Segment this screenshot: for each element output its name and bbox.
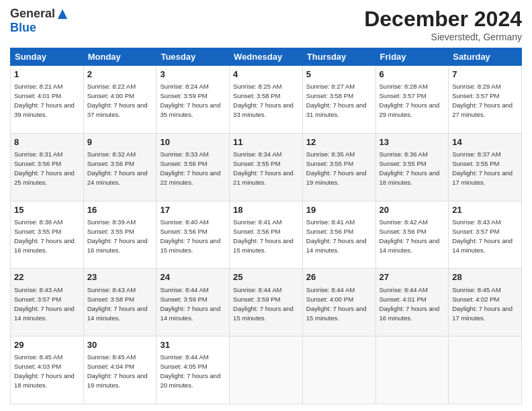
col-tuesday: Tuesday	[157, 48, 230, 66]
table-row: 10 Sunrise: 8:33 AMSunset: 3:56 PMDaylig…	[157, 133, 230, 201]
month-title: December 2024	[364, 7, 522, 32]
day-number: 26	[306, 271, 372, 283]
cell-text: Sunrise: 8:24 AMSunset: 3:59 PMDaylight:…	[160, 83, 220, 118]
table-row: 15 Sunrise: 8:38 AMSunset: 3:55 PMDaylig…	[11, 201, 84, 269]
day-number: 7	[452, 68, 518, 81]
header-row: Sunday Monday Tuesday Wednesday Thursday…	[11, 48, 522, 66]
cell-text: Sunrise: 8:27 AMSunset: 3:58 PMDaylight:…	[306, 83, 367, 118]
day-number: 12	[306, 136, 372, 148]
day-number: 14	[452, 136, 518, 148]
day-number: 16	[87, 204, 153, 216]
col-sunday: Sunday	[11, 48, 84, 66]
day-number: 10	[160, 136, 226, 148]
table-row: 6 Sunrise: 8:28 AMSunset: 3:57 PMDayligh…	[375, 66, 449, 134]
day-number: 9	[87, 136, 153, 148]
cell-text: Sunrise: 8:44 AMSunset: 3:59 PMDaylight:…	[233, 286, 294, 322]
day-number: 25	[233, 271, 299, 283]
page: General Blue December 2024 Sieverstedt, …	[0, 0, 532, 411]
table-row: 28 Sunrise: 8:45 AMSunset: 4:02 PMDaylig…	[449, 269, 522, 336]
table-row: 12 Sunrise: 8:35 AMSunset: 3:55 PMDaylig…	[302, 133, 375, 201]
table-row: 23 Sunrise: 8:43 AMSunset: 3:58 PMDaylig…	[83, 269, 157, 336]
table-row: 19 Sunrise: 8:41 AMSunset: 3:56 PMDaylig…	[302, 201, 375, 269]
calendar: Sunday Monday Tuesday Wednesday Thursday…	[10, 48, 522, 404]
day-number: 28	[452, 271, 518, 283]
day-number: 8	[14, 136, 80, 148]
table-row: 18 Sunrise: 8:41 AMSunset: 3:56 PMDaylig…	[230, 201, 303, 269]
cell-text: Sunrise: 8:45 AMSunset: 4:03 PMDaylight:…	[14, 353, 75, 389]
cell-text: Sunrise: 8:33 AMSunset: 3:56 PMDaylight:…	[160, 150, 220, 186]
week-row-4: 22 Sunrise: 8:43 AMSunset: 3:57 PMDaylig…	[11, 269, 522, 336]
cell-text: Sunrise: 8:38 AMSunset: 3:55 PMDaylight:…	[14, 218, 75, 254]
table-row: 24 Sunrise: 8:44 AMSunset: 3:59 PMDaylig…	[157, 269, 230, 336]
cell-text: Sunrise: 8:35 AMSunset: 3:55 PMDaylight:…	[306, 150, 367, 186]
week-row-2: 8 Sunrise: 8:31 AMSunset: 3:56 PMDayligh…	[11, 133, 522, 201]
week-row-1: 1 Sunrise: 8:21 AMSunset: 4:01 PMDayligh…	[11, 66, 522, 134]
cell-text: Sunrise: 8:42 AMSunset: 3:56 PMDaylight:…	[380, 218, 440, 254]
logo-general: General	[10, 7, 55, 21]
table-row: 20 Sunrise: 8:42 AMSunset: 3:56 PMDaylig…	[375, 201, 449, 269]
day-number: 23	[87, 271, 153, 283]
logo-text: General	[10, 7, 69, 21]
cell-text: Sunrise: 8:21 AMSunset: 4:01 PMDaylight:…	[14, 83, 75, 118]
day-number: 27	[380, 271, 445, 283]
day-number: 30	[87, 339, 153, 351]
table-row: 26 Sunrise: 8:44 AMSunset: 4:00 PMDaylig…	[302, 269, 375, 336]
cell-text: Sunrise: 8:41 AMSunset: 3:56 PMDaylight:…	[233, 218, 294, 254]
cell-text: Sunrise: 8:44 AMSunset: 4:00 PMDaylight:…	[306, 286, 367, 322]
logo-blue-text: Blue	[10, 21, 36, 35]
day-number: 6	[380, 68, 445, 81]
week-row-3: 15 Sunrise: 8:38 AMSunset: 3:55 PMDaylig…	[11, 201, 522, 269]
table-row: 21 Sunrise: 8:43 AMSunset: 3:57 PMDaylig…	[449, 201, 522, 269]
table-row	[230, 336, 303, 404]
cell-text: Sunrise: 8:22 AMSunset: 4:00 PMDaylight:…	[87, 83, 148, 118]
cell-text: Sunrise: 8:36 AMSunset: 3:55 PMDaylight:…	[380, 150, 440, 186]
table-row: 22 Sunrise: 8:43 AMSunset: 3:57 PMDaylig…	[11, 269, 84, 336]
week-row-5: 29 Sunrise: 8:45 AMSunset: 4:03 PMDaylig…	[11, 336, 522, 404]
day-number: 20	[380, 204, 445, 216]
cell-text: Sunrise: 8:34 AMSunset: 3:55 PMDaylight:…	[233, 150, 294, 186]
table-row: 2 Sunrise: 8:22 AMSunset: 4:00 PMDayligh…	[83, 66, 157, 134]
table-row: 3 Sunrise: 8:24 AMSunset: 3:59 PMDayligh…	[157, 66, 230, 134]
cell-text: Sunrise: 8:45 AMSunset: 4:04 PMDaylight:…	[87, 353, 148, 389]
table-row	[302, 336, 375, 404]
day-number: 18	[233, 204, 299, 216]
cell-text: Sunrise: 8:45 AMSunset: 4:02 PMDaylight:…	[452, 286, 513, 322]
header: General Blue December 2024 Sieverstedt, …	[10, 7, 522, 42]
day-number: 24	[160, 271, 226, 283]
col-wednesday: Wednesday	[230, 48, 303, 66]
table-row: 30 Sunrise: 8:45 AMSunset: 4:04 PMDaylig…	[83, 336, 157, 404]
col-saturday: Saturday	[449, 48, 522, 66]
table-row: 11 Sunrise: 8:34 AMSunset: 3:55 PMDaylig…	[230, 133, 303, 201]
day-number: 29	[14, 339, 80, 351]
cell-text: Sunrise: 8:25 AMSunset: 3:58 PMDaylight:…	[233, 83, 294, 118]
cell-text: Sunrise: 8:39 AMSunset: 3:55 PMDaylight:…	[87, 218, 148, 254]
table-row: 25 Sunrise: 8:44 AMSunset: 3:59 PMDaylig…	[230, 269, 303, 336]
day-number: 13	[380, 136, 445, 148]
cell-text: Sunrise: 8:44 AMSunset: 3:59 PMDaylight:…	[160, 286, 220, 322]
table-row: 7 Sunrise: 8:29 AMSunset: 3:57 PMDayligh…	[449, 66, 522, 134]
col-friday: Friday	[375, 48, 449, 66]
day-number: 4	[233, 68, 299, 81]
col-monday: Monday	[83, 48, 157, 66]
table-row: 29 Sunrise: 8:45 AMSunset: 4:03 PMDaylig…	[11, 336, 84, 404]
svg-marker-0	[58, 9, 67, 18]
day-number: 15	[14, 204, 80, 216]
table-row: 17 Sunrise: 8:40 AMSunset: 3:56 PMDaylig…	[157, 201, 230, 269]
table-row	[375, 336, 449, 404]
table-row: 13 Sunrise: 8:36 AMSunset: 3:55 PMDaylig…	[375, 133, 449, 201]
logo: General Blue	[10, 7, 69, 35]
location: Sieverstedt, Germany	[364, 32, 522, 42]
cell-text: Sunrise: 8:41 AMSunset: 3:56 PMDaylight:…	[306, 218, 367, 254]
table-row	[449, 336, 522, 404]
table-row: 9 Sunrise: 8:32 AMSunset: 3:56 PMDayligh…	[83, 133, 157, 201]
day-number: 21	[452, 204, 518, 216]
day-number: 3	[160, 68, 226, 81]
table-row: 16 Sunrise: 8:39 AMSunset: 3:55 PMDaylig…	[83, 201, 157, 269]
day-number: 22	[14, 271, 80, 283]
table-row: 27 Sunrise: 8:44 AMSunset: 4:01 PMDaylig…	[375, 269, 449, 336]
day-number: 19	[306, 204, 372, 216]
table-row: 5 Sunrise: 8:27 AMSunset: 3:58 PMDayligh…	[302, 66, 375, 134]
cell-text: Sunrise: 8:43 AMSunset: 3:57 PMDaylight:…	[14, 286, 75, 322]
cell-text: Sunrise: 8:28 AMSunset: 3:57 PMDaylight:…	[380, 83, 440, 118]
table-row: 1 Sunrise: 8:21 AMSunset: 4:01 PMDayligh…	[11, 66, 84, 134]
